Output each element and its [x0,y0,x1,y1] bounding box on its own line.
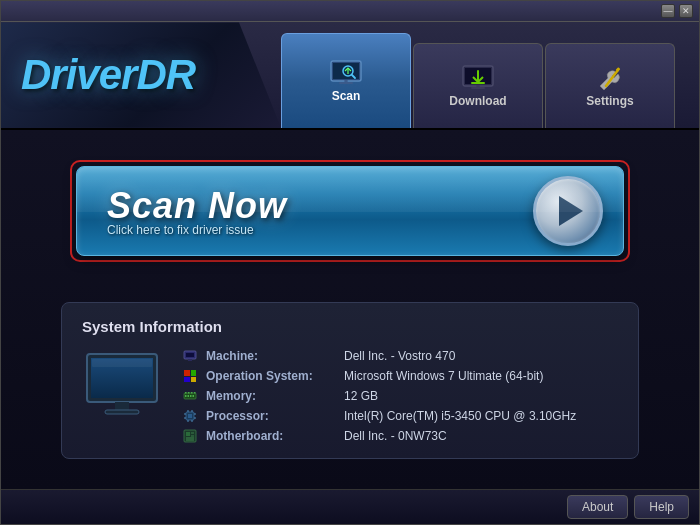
processor-val: Intel(R) Core(TM) i5-3450 CPU @ 3.10GHz [344,409,576,423]
navigation-tabs: Scan Download [261,22,699,127]
settings-icon [592,64,628,94]
svg-rect-10 [471,87,485,89]
main-content: Scan Now Click here to fix driver issue … [1,130,699,489]
machine-icon [182,349,198,363]
app-logo: DriverDR [21,51,195,99]
memory-val: 12 GB [344,389,378,403]
processor-key: Processor: [206,409,336,423]
processor-icon [182,409,198,423]
footer: About Help [1,489,699,524]
sysinfo-row-machine: Machine: Dell Inc. - Vostro 470 [182,349,618,363]
machine-key: Machine: [206,349,336,363]
svg-rect-19 [105,410,139,414]
motherboard-icon [182,429,198,443]
play-button[interactable] [533,176,603,246]
computer-graphic [82,349,162,424]
svg-rect-29 [185,395,187,397]
svg-rect-3 [339,82,353,84]
scan-now-button[interactable]: Scan Now Click here to fix driver issue [76,166,624,256]
tab-download[interactable]: Download [413,43,543,128]
motherboard-key: Motherboard: [206,429,336,443]
machine-val: Dell Inc. - Vostro 470 [344,349,455,363]
tab-scan[interactable]: Scan [281,33,411,128]
sysinfo-title: System Information [82,318,618,335]
download-icon [460,64,496,94]
sysinfo-body: Machine: Dell Inc. - Vostro 470 [82,349,618,443]
svg-rect-35 [191,392,193,394]
svg-rect-50 [191,435,194,437]
scan-subtitle: Click here to fix driver issue [107,223,287,237]
svg-rect-25 [191,370,196,376]
os-icon [182,369,198,383]
svg-point-9 [476,85,480,87]
svg-rect-24 [184,370,190,376]
memory-key: Memory: [206,389,336,403]
sysinfo-panel: System Information [61,302,639,459]
header: DriverDR Scan [1,22,699,129]
tab-settings-label: Settings [586,94,633,108]
svg-rect-20 [92,359,152,367]
svg-rect-48 [186,432,190,436]
about-button[interactable]: About [567,495,628,519]
svg-point-2 [344,80,348,82]
tab-scan-label: Scan [332,89,361,103]
svg-rect-23 [188,359,192,361]
titlebar-controls: — ✕ [661,4,693,18]
titlebar: — ✕ [1,1,699,22]
os-val: Microsoft Windows 7 Ultimate (64-bit) [344,369,543,383]
svg-rect-18 [115,402,129,410]
help-button[interactable]: Help [634,495,689,519]
close-button[interactable]: ✕ [679,4,693,18]
sysinfo-row-processor: Processor: Intel(R) Core(TM) i5-3450 CPU… [182,409,618,423]
svg-rect-36 [194,392,196,394]
motherboard-val: Dell Inc. - 0NW73C [344,429,447,443]
svg-rect-34 [188,392,190,394]
tab-settings[interactable]: Settings [545,43,675,128]
svg-rect-26 [184,377,190,382]
svg-rect-49 [191,432,194,434]
logo-area: DriverDR [1,22,281,127]
memory-icon [182,389,198,403]
svg-rect-33 [185,392,187,394]
app-window: — ✕ DriverDR [0,0,700,525]
sysinfo-row-os: Operation System: Microsoft Windows 7 Ul… [182,369,618,383]
svg-rect-32 [193,395,195,397]
scan-now-label: Scan Now [107,185,287,227]
os-key: Operation System: [206,369,336,383]
sysinfo-rows: Machine: Dell Inc. - Vostro 470 [182,349,618,443]
sysinfo-row-motherboard: Motherboard: Dell Inc. - 0NW73C [182,429,618,443]
svg-rect-38 [188,414,192,418]
tab-download-label: Download [449,94,506,108]
scan-button-wrapper: Scan Now Click here to fix driver issue [70,160,630,262]
svg-rect-30 [188,395,190,397]
svg-rect-22 [186,353,194,357]
svg-rect-1 [333,63,359,79]
svg-rect-31 [190,395,192,397]
svg-rect-27 [191,377,196,382]
monitor-icon [328,59,364,89]
sysinfo-row-memory: Memory: 12 GB [182,389,618,403]
scan-btn-text: Scan Now Click here to fix driver issue [107,185,287,237]
play-arrow-icon [559,196,583,226]
minimize-button[interactable]: — [661,4,675,18]
